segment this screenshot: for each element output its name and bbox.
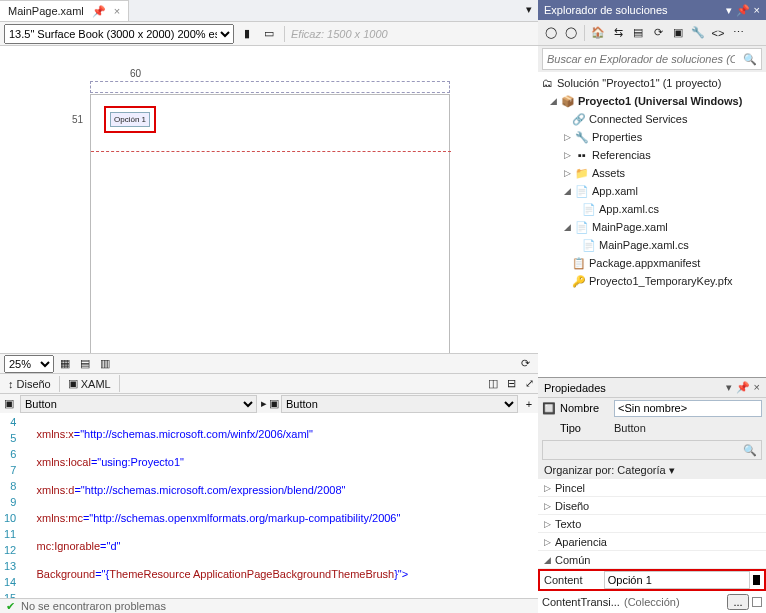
more-icon[interactable]: ⋯ [729, 24, 747, 42]
crumb-plus-icon[interactable]: + [520, 395, 538, 413]
mainpage-node[interactable]: ◢📄MainPage.xaml [538, 218, 766, 236]
pin-icon[interactable]: 📌 [88, 2, 110, 21]
contenttransitions-row: ContentTransi... (Colección) ... [538, 591, 766, 613]
panel-pin-icon[interactable]: 📌 [736, 4, 750, 17]
properties-header: Propiedades ▾📌× [538, 378, 766, 398]
ctrans-ellipsis-button[interactable]: ... [727, 594, 749, 610]
code-editor[interactable]: 45678910111213141516 xmlns:x="http://sch… [0, 413, 538, 613]
device-select[interactable]: 13.5" Surface Book (3000 x 2000) 200% es… [4, 24, 234, 44]
se-toolbar: ◯ ◯ 🏠 ⇆ ▤ ⟳ ▣ 🔧 <> ⋯ [538, 20, 766, 46]
wrench-icon[interactable]: 🔧 [689, 24, 707, 42]
cat-apariencia[interactable]: ▷Apariencia [538, 533, 766, 551]
snap-icon[interactable]: ▤ [76, 355, 94, 373]
grid-icon[interactable]: ▦ [56, 355, 74, 373]
close-icon[interactable]: × [114, 5, 120, 17]
type-icon: 🔲 [542, 401, 556, 415]
prop-search[interactable]: 🔍 [542, 440, 762, 460]
snap2-icon[interactable]: ▥ [96, 355, 114, 373]
margin-top-label: 60 [130, 68, 141, 79]
margin-left-label: 51 [72, 114, 83, 125]
content-property-row: Content [538, 569, 766, 591]
panel-menu-icon[interactable]: ▾ [726, 4, 732, 17]
status-ok-icon: ✔ [6, 600, 15, 613]
orient-portrait-icon[interactable]: ▮ [238, 25, 256, 43]
expand-icon[interactable]: ⤢ [520, 375, 538, 393]
xaml-pane-button[interactable]: ▣ XAML [60, 375, 120, 392]
back-icon[interactable]: ◯ [542, 24, 560, 42]
design-surface[interactable]: 60 51 Opción 1 [0, 46, 538, 353]
prop-menu-icon[interactable]: ▾ [726, 381, 732, 394]
line-gutter: 45678910111213141516 [0, 413, 24, 613]
home-icon[interactable]: 🏠 [589, 24, 607, 42]
solution-tree[interactable]: 🗂Solución "Proyecto1" (1 proyecto) ◢📦Pro… [538, 72, 766, 377]
design-pane-button[interactable]: ↕ Diseño [0, 376, 60, 392]
prop-marker-icon[interactable] [753, 575, 760, 585]
sync-icon[interactable]: ⇆ [609, 24, 627, 42]
cat-pincel[interactable]: ▷Pincel [538, 479, 766, 497]
cat-diseno[interactable]: ▷Diseño [538, 497, 766, 515]
status-message: No se encontraron problemas [21, 600, 166, 612]
type-label: Tipo [560, 422, 610, 434]
manifest-node[interactable]: 📋Package.appxmanifest [538, 254, 766, 272]
status-bar: ✔ No se encontraron problemas [0, 598, 538, 613]
name-label: Nombre [560, 402, 610, 414]
appxamlcs-node[interactable]: 📄App.xaml.cs [538, 200, 766, 218]
connected-services-node[interactable]: 🔗Connected Services [538, 110, 766, 128]
tab-title: MainPage.xaml [8, 5, 84, 17]
pfx-node[interactable]: 🔑Proyecto1_TemporaryKey.pfx [538, 272, 766, 290]
prop-marker2-icon[interactable] [752, 597, 762, 607]
solution-explorer-header: Explorador de soluciones ▾📌× [538, 0, 766, 20]
prop-close-icon[interactable]: × [754, 381, 760, 394]
se-search-input[interactable] [543, 51, 739, 67]
split-vert-icon[interactable]: ⊟ [502, 375, 520, 393]
tab-menu-icon[interactable]: ▾ [520, 0, 538, 18]
refresh2-icon[interactable]: ⟳ [649, 24, 667, 42]
organize-label[interactable]: Organizar por: Categoría ▾ [538, 462, 766, 479]
collapse-icon[interactable]: ▣ [669, 24, 687, 42]
split-horiz-icon[interactable]: ◫ [484, 375, 502, 393]
content-prop-input[interactable] [604, 571, 750, 589]
type-value: Button [614, 422, 646, 434]
references-node[interactable]: ▷▪▪Referencias [538, 146, 766, 164]
orient-landscape-icon[interactable]: ▭ [260, 25, 278, 43]
ruler-top [90, 81, 450, 93]
content-prop-label: Content [544, 574, 604, 586]
code-icon[interactable]: <> [709, 24, 727, 42]
name-input[interactable] [614, 400, 762, 417]
effective-size: Eficaz: 1500 x 1000 [291, 28, 388, 40]
cat-comun[interactable]: ◢Común [538, 551, 766, 569]
project-node[interactable]: ◢📦Proyecto1 (Universal Windows) [538, 92, 766, 110]
button-preview: Opción 1 [110, 112, 150, 127]
appxaml-node[interactable]: ◢📄App.xaml [538, 182, 766, 200]
refresh-icon[interactable]: ⟳ [516, 355, 534, 373]
zoom-select[interactable]: 25% [4, 355, 54, 373]
selected-button[interactable]: Opción 1 [104, 106, 156, 133]
file-tab[interactable]: MainPage.xaml 📌 × [0, 0, 129, 21]
assets-node[interactable]: ▷📁Assets [538, 164, 766, 182]
mainpagecs-node[interactable]: 📄MainPage.xaml.cs [538, 236, 766, 254]
solution-node[interactable]: 🗂Solución "Proyecto1" (1 proyecto) [538, 74, 766, 92]
breadcrumb-inner[interactable]: Button [281, 395, 518, 413]
designer-toolbar: 13.5" Surface Book (3000 x 2000) 200% es… [0, 22, 538, 46]
prop-pin-icon[interactable]: 📌 [736, 381, 750, 394]
properties-node[interactable]: ▷🔧Properties [538, 128, 766, 146]
cat-texto[interactable]: ▷Texto [538, 515, 766, 533]
breadcrumb-outer[interactable]: Button [20, 395, 257, 413]
ctrans-label: ContentTransi... [542, 596, 624, 608]
panel-close-icon[interactable]: × [754, 4, 760, 17]
forward-icon[interactable]: ◯ [562, 24, 580, 42]
tree-icon[interactable]: ▤ [629, 24, 647, 42]
ctrans-value: (Colección) [624, 596, 727, 608]
search-icon[interactable]: 🔍 [739, 53, 761, 66]
